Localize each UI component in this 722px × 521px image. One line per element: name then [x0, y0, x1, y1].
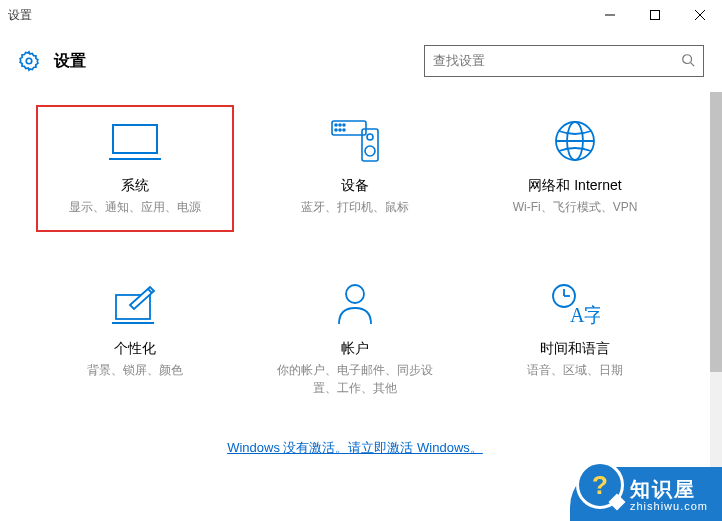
watermark-badge: ?	[576, 461, 624, 509]
window-title: 设置	[8, 7, 32, 24]
header: 设置 查找设置	[0, 30, 722, 92]
maximize-button[interactable]	[632, 0, 677, 30]
svg-point-13	[335, 129, 337, 131]
svg-point-14	[339, 129, 341, 131]
svg-point-25	[346, 285, 364, 303]
tile-system[interactable]: 系统 显示、通知、应用、电源	[36, 105, 234, 232]
svg-text:A字: A字	[570, 304, 600, 326]
search-placeholder: 查找设置	[433, 52, 681, 70]
svg-rect-7	[113, 125, 157, 153]
tile-desc: 显示、通知、应用、电源	[63, 198, 207, 216]
watermark-url: zhishiwu.com	[630, 500, 708, 512]
scrollbar-thumb[interactable]	[710, 92, 722, 372]
tile-title: 网络和 Internet	[528, 177, 621, 195]
tile-title: 时间和语言	[540, 340, 610, 358]
activation-message: Windows 没有激活。请立即激活 Windows。	[20, 439, 690, 457]
svg-point-12	[343, 124, 345, 126]
tile-title: 设备	[341, 177, 369, 195]
globe-icon	[553, 117, 597, 165]
search-input[interactable]: 查找设置	[424, 45, 704, 77]
svg-point-17	[367, 134, 373, 140]
tile-desc: 你的帐户、电子邮件、同步设置、工作、其他	[260, 361, 450, 397]
tile-network[interactable]: 网络和 Internet Wi-Fi、飞行模式、VPN	[480, 117, 670, 220]
svg-point-11	[339, 124, 341, 126]
tile-personalization[interactable]: 个性化 背景、锁屏、颜色	[40, 280, 230, 397]
scrollbar-track[interactable]	[710, 92, 722, 521]
tile-accounts[interactable]: 帐户 你的帐户、电子邮件、同步设置、工作、其他	[260, 280, 450, 397]
tile-title: 个性化	[114, 340, 156, 358]
devices-icon	[330, 117, 380, 165]
page-title: 设置	[54, 51, 86, 72]
svg-point-10	[335, 124, 337, 126]
person-icon	[335, 280, 375, 328]
watermark: ? 知识屋 zhishiwu.com	[570, 467, 722, 521]
tile-desc: 蓝牙、打印机、鼠标	[295, 198, 415, 216]
tile-desc: 背景、锁屏、颜色	[81, 361, 189, 379]
tile-desc: 语音、区域、日期	[521, 361, 629, 379]
time-language-icon: A字	[550, 280, 600, 328]
svg-rect-1	[650, 11, 659, 20]
personalization-icon	[112, 280, 158, 328]
svg-rect-9	[332, 121, 366, 135]
tile-title: 系统	[121, 177, 149, 195]
svg-point-18	[365, 146, 375, 156]
titlebar: 设置	[0, 0, 722, 30]
tile-title: 帐户	[341, 340, 369, 358]
tile-desc: Wi-Fi、飞行模式、VPN	[507, 198, 644, 216]
tile-devices[interactable]: 设备 蓝牙、打印机、鼠标	[260, 117, 450, 220]
svg-line-6	[691, 62, 695, 66]
svg-point-4	[26, 58, 32, 64]
watermark-title: 知识屋	[630, 478, 708, 500]
content-area: 系统 显示、通知、应用、电源 设备 蓝牙、打印机、鼠标	[0, 92, 710, 521]
display-icon	[109, 117, 161, 165]
search-icon	[681, 53, 695, 70]
settings-grid: 系统 显示、通知、应用、电源 设备 蓝牙、打印机、鼠标	[40, 117, 670, 397]
close-button[interactable]	[677, 0, 722, 30]
svg-point-15	[343, 129, 345, 131]
svg-point-5	[683, 54, 692, 63]
activation-link[interactable]: Windows 没有激活。请立即激活 Windows。	[227, 440, 483, 455]
minimize-button[interactable]	[587, 0, 632, 30]
gear-icon	[18, 50, 40, 72]
tile-time-language[interactable]: A字 时间和语言 语音、区域、日期	[480, 280, 670, 397]
